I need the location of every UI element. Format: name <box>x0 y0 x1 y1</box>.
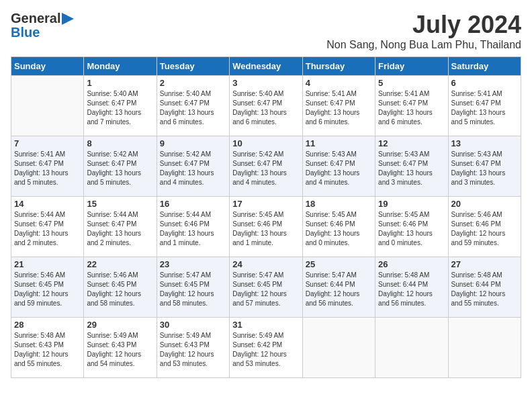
day-cell: 20Sunrise: 5:46 AMSunset: 6:46 PMDayligh… <box>448 197 521 257</box>
day-cell <box>375 318 448 378</box>
day-number: 26 <box>378 259 445 269</box>
logo-general: General <box>11 11 60 26</box>
logo-blue: Blue <box>11 25 40 40</box>
day-cell: 4Sunrise: 5:41 AMSunset: 6:47 PMDaylight… <box>302 76 375 136</box>
day-number: 5 <box>378 78 445 88</box>
day-number: 8 <box>87 138 153 148</box>
day-cell: 9Sunrise: 5:42 AMSunset: 6:47 PMDaylight… <box>157 136 229 197</box>
day-info: Sunrise: 5:47 AMSunset: 6:45 PMDaylight:… <box>232 271 299 308</box>
header-thursday: Thursday <box>302 57 375 76</box>
week-row-3: 14Sunrise: 5:44 AMSunset: 6:47 PMDayligh… <box>11 197 521 257</box>
day-number: 28 <box>14 320 81 330</box>
day-cell: 7Sunrise: 5:41 AMSunset: 6:47 PMDaylight… <box>11 136 84 197</box>
day-info: Sunrise: 5:45 AMSunset: 6:46 PMDaylight:… <box>378 210 445 248</box>
day-info: Sunrise: 5:46 AMSunset: 6:45 PMDaylight:… <box>87 271 153 308</box>
header-monday: Monday <box>84 57 157 76</box>
day-number: 18 <box>306 199 372 209</box>
day-cell: 13Sunrise: 5:43 AMSunset: 6:47 PMDayligh… <box>448 136 521 197</box>
day-cell: 19Sunrise: 5:45 AMSunset: 6:46 PMDayligh… <box>375 197 448 257</box>
day-number: 31 <box>232 320 299 330</box>
week-row-2: 7Sunrise: 5:41 AMSunset: 6:47 PMDaylight… <box>11 136 521 197</box>
title-area: July 2024 Non Sang, Nong Bua Lam Phu, Th… <box>326 11 521 51</box>
day-info: Sunrise: 5:42 AMSunset: 6:47 PMDaylight:… <box>232 150 299 187</box>
day-info: Sunrise: 5:41 AMSunset: 6:47 PMDaylight:… <box>378 89 445 127</box>
day-info: Sunrise: 5:41 AMSunset: 6:47 PMDaylight:… <box>451 89 518 127</box>
day-info: Sunrise: 5:49 AMSunset: 6:42 PMDaylight:… <box>232 331 299 369</box>
day-info: Sunrise: 5:46 AMSunset: 6:45 PMDaylight:… <box>14 271 81 308</box>
day-number: 21 <box>14 259 81 269</box>
day-info: Sunrise: 5:41 AMSunset: 6:47 PMDaylight:… <box>14 150 81 187</box>
day-info: Sunrise: 5:42 AMSunset: 6:47 PMDaylight:… <box>160 150 226 187</box>
day-info: Sunrise: 5:48 AMSunset: 6:43 PMDaylight:… <box>14 331 81 369</box>
day-cell: 25Sunrise: 5:47 AMSunset: 6:44 PMDayligh… <box>302 257 375 318</box>
day-number: 12 <box>378 138 445 148</box>
day-cell: 3Sunrise: 5:40 AMSunset: 6:47 PMDaylight… <box>230 76 302 136</box>
day-number: 4 <box>306 78 372 88</box>
day-cell: 6Sunrise: 5:41 AMSunset: 6:47 PMDaylight… <box>448 76 521 136</box>
day-number: 15 <box>87 199 153 209</box>
day-cell: 1Sunrise: 5:40 AMSunset: 6:47 PMDaylight… <box>84 76 157 136</box>
day-info: Sunrise: 5:49 AMSunset: 6:43 PMDaylight:… <box>160 331 226 369</box>
day-cell: 5Sunrise: 5:41 AMSunset: 6:47 PMDaylight… <box>375 76 448 136</box>
day-info: Sunrise: 5:47 AMSunset: 6:45 PMDaylight:… <box>160 271 226 308</box>
day-info: Sunrise: 5:40 AMSunset: 6:47 PMDaylight:… <box>160 89 226 127</box>
day-cell <box>448 318 521 378</box>
day-cell: 17Sunrise: 5:45 AMSunset: 6:46 PMDayligh… <box>230 197 302 257</box>
day-cell: 28Sunrise: 5:48 AMSunset: 6:43 PMDayligh… <box>11 318 84 378</box>
day-cell: 15Sunrise: 5:44 AMSunset: 6:47 PMDayligh… <box>84 197 157 257</box>
day-number: 24 <box>232 259 299 269</box>
day-cell: 10Sunrise: 5:42 AMSunset: 6:47 PMDayligh… <box>230 136 302 197</box>
day-cell: 11Sunrise: 5:43 AMSunset: 6:47 PMDayligh… <box>302 136 375 197</box>
week-row-5: 28Sunrise: 5:48 AMSunset: 6:43 PMDayligh… <box>11 318 521 378</box>
day-info: Sunrise: 5:44 AMSunset: 6:47 PMDaylight:… <box>87 210 153 248</box>
day-info: Sunrise: 5:44 AMSunset: 6:46 PMDaylight:… <box>160 210 226 248</box>
day-cell <box>302 318 375 378</box>
day-info: Sunrise: 5:47 AMSunset: 6:44 PMDaylight:… <box>306 271 372 308</box>
month-title: July 2024 <box>326 11 521 39</box>
day-info: Sunrise: 5:48 AMSunset: 6:44 PMDaylight:… <box>451 271 518 308</box>
day-cell: 18Sunrise: 5:45 AMSunset: 6:46 PMDayligh… <box>302 197 375 257</box>
day-number: 27 <box>451 259 518 269</box>
header-sunday: Sunday <box>11 57 84 76</box>
day-number: 7 <box>14 138 81 148</box>
day-number: 10 <box>232 138 299 148</box>
day-cell: 27Sunrise: 5:48 AMSunset: 6:44 PMDayligh… <box>448 257 521 318</box>
header-friday: Friday <box>375 57 448 76</box>
day-info: Sunrise: 5:49 AMSunset: 6:43 PMDaylight:… <box>87 331 153 369</box>
day-cell: 16Sunrise: 5:44 AMSunset: 6:46 PMDayligh… <box>157 197 229 257</box>
logo-arrow-icon <box>62 13 74 25</box>
header-row: SundayMondayTuesdayWednesdayThursdayFrid… <box>11 57 521 76</box>
day-info: Sunrise: 5:45 AMSunset: 6:46 PMDaylight:… <box>232 210 299 248</box>
day-info: Sunrise: 5:40 AMSunset: 6:47 PMDaylight:… <box>232 89 299 127</box>
day-cell <box>11 76 84 136</box>
day-number: 14 <box>14 199 81 209</box>
day-number: 29 <box>87 320 153 330</box>
day-info: Sunrise: 5:44 AMSunset: 6:47 PMDaylight:… <box>14 210 81 248</box>
day-info: Sunrise: 5:43 AMSunset: 6:47 PMDaylight:… <box>378 150 445 187</box>
day-cell: 23Sunrise: 5:47 AMSunset: 6:45 PMDayligh… <box>157 257 229 318</box>
day-cell: 29Sunrise: 5:49 AMSunset: 6:43 PMDayligh… <box>84 318 157 378</box>
day-number: 13 <box>451 138 518 148</box>
day-number: 23 <box>160 259 226 269</box>
day-cell: 21Sunrise: 5:46 AMSunset: 6:45 PMDayligh… <box>11 257 84 318</box>
header-wednesday: Wednesday <box>230 57 302 76</box>
day-number: 30 <box>160 320 226 330</box>
calendar-table: SundayMondayTuesdayWednesdayThursdayFrid… <box>11 56 521 378</box>
day-number: 20 <box>451 199 518 209</box>
day-cell: 30Sunrise: 5:49 AMSunset: 6:43 PMDayligh… <box>157 318 229 378</box>
day-cell: 2Sunrise: 5:40 AMSunset: 6:47 PMDaylight… <box>157 76 229 136</box>
day-info: Sunrise: 5:42 AMSunset: 6:47 PMDaylight:… <box>87 150 153 187</box>
day-info: Sunrise: 5:41 AMSunset: 6:47 PMDaylight:… <box>306 89 372 127</box>
day-cell: 31Sunrise: 5:49 AMSunset: 6:42 PMDayligh… <box>230 318 302 378</box>
day-info: Sunrise: 5:43 AMSunset: 6:47 PMDaylight:… <box>306 150 372 187</box>
location-title: Non Sang, Nong Bua Lam Phu, Thailand <box>326 39 521 51</box>
day-cell: 26Sunrise: 5:48 AMSunset: 6:44 PMDayligh… <box>375 257 448 318</box>
logo: General Blue <box>11 11 74 40</box>
day-number: 6 <box>451 78 518 88</box>
day-number: 19 <box>378 199 445 209</box>
day-cell: 14Sunrise: 5:44 AMSunset: 6:47 PMDayligh… <box>11 197 84 257</box>
day-info: Sunrise: 5:40 AMSunset: 6:47 PMDaylight:… <box>87 89 153 127</box>
day-number: 3 <box>232 78 299 88</box>
header-saturday: Saturday <box>448 57 521 76</box>
day-cell: 22Sunrise: 5:46 AMSunset: 6:45 PMDayligh… <box>84 257 157 318</box>
